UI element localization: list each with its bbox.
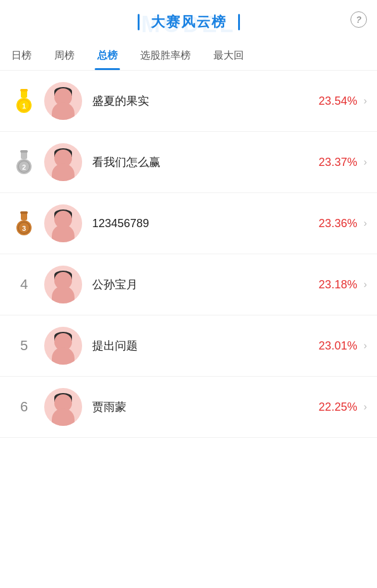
rank-number: 4 [15, 276, 33, 293]
table-row[interactable]: 2 看我们怎么赢 23.37% › [0, 132, 377, 193]
user-name: 盛夏的果实 [92, 93, 319, 109]
chevron-right-icon: › [364, 279, 367, 290]
svg-text:3: 3 [22, 225, 26, 232]
avatar [44, 266, 82, 303]
rank-badge-4: 4 [10, 276, 38, 293]
rank-badge-6: 6 [10, 399, 38, 415]
rank-number: 5 [15, 338, 33, 354]
rank-badge-5: 5 [10, 338, 38, 354]
user-value: 23.01% [319, 339, 357, 353]
svg-text:1: 1 [22, 102, 26, 110]
avatar [44, 327, 82, 365]
user-name: 提出问题 [92, 338, 319, 353]
chevron-right-icon: › [364, 401, 367, 413]
chevron-right-icon: › [364, 156, 367, 168]
chevron-right-icon: › [364, 95, 367, 107]
header-bar-left [138, 14, 140, 30]
user-name: 123456789 [92, 217, 319, 230]
table-row[interactable]: 5 提出问题 23.01% › [0, 315, 377, 377]
table-row[interactable]: 4 公孙宝月 23.18% › [0, 254, 377, 315]
user-value: 23.36% [319, 217, 357, 230]
svg-rect-7 [20, 150, 28, 153]
svg-rect-1 [20, 89, 28, 91]
user-name: 看我们怎么赢 [92, 155, 319, 170]
svg-rect-13 [20, 211, 28, 214]
table-row[interactable]: 6 贾雨蒙 22.25% › [0, 377, 377, 438]
header-bar-right [238, 14, 240, 30]
user-name: 贾雨蒙 [92, 399, 319, 415]
user-value: 23.54% [319, 95, 357, 108]
avatar [44, 388, 82, 426]
tab-maxreturn[interactable]: 最大回 [202, 44, 255, 70]
avatar [44, 143, 82, 181]
avatar [44, 82, 82, 120]
tab-bar: 日榜 周榜 总榜 选股胜率榜 最大回 [0, 38, 377, 71]
user-name: 公孙宝月 [92, 277, 319, 292]
table-row[interactable]: 1 盛夏的果实 23.54% › [0, 71, 377, 132]
header: MODEL 大赛风云榜 ? [0, 0, 377, 38]
user-value: 22.25% [319, 401, 357, 414]
user-value: 23.37% [319, 156, 357, 169]
leaderboard-list: 1 盛夏的果实 23.54% › 2 看我们怎 [0, 71, 377, 438]
gold-medal-icon: 1 [12, 89, 36, 113]
tab-winrate[interactable]: 选股胜率榜 [129, 44, 202, 70]
bronze-medal-icon: 3 [12, 211, 36, 235]
chevron-right-icon: › [364, 340, 367, 351]
rank-badge-1: 1 [10, 89, 38, 113]
help-icon[interactable]: ? [350, 11, 367, 28]
chevron-right-icon: › [364, 218, 367, 229]
table-row[interactable]: 3 123456789 23.36% › [0, 193, 377, 254]
user-value: 23.18% [319, 278, 357, 291]
tab-total[interactable]: 总榜 [86, 44, 129, 70]
svg-text:2: 2 [22, 163, 26, 171]
avatar [44, 204, 82, 242]
page-title: 大赛风云榜 [151, 13, 227, 32]
tab-daily[interactable]: 日榜 [0, 44, 43, 70]
rank-badge-3: 3 [10, 211, 38, 235]
rank-number: 6 [15, 399, 33, 415]
rank-badge-2: 2 [10, 150, 38, 174]
tab-weekly[interactable]: 周榜 [43, 44, 86, 70]
silver-medal-icon: 2 [12, 150, 36, 174]
